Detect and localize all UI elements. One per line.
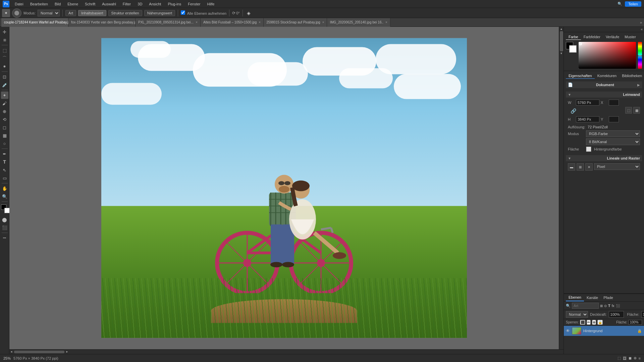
tab-3-close[interactable]: ×	[196, 20, 198, 24]
quick-mask-tool[interactable]: ⬤	[1, 216, 8, 223]
move-tool[interactable]: ✛	[1, 28, 8, 36]
canvas-icon-1[interactable]: ⬚	[625, 107, 632, 114]
scroll-up-arrow[interactable]: ▲	[560, 27, 563, 31]
clone-source-button[interactable]: ◈	[246, 10, 252, 16]
ruler-icon-1[interactable]: ▬	[568, 163, 575, 171]
leinwand-toggle[interactable]: ▼	[568, 93, 571, 97]
layer-filter-type[interactable]: T	[608, 304, 610, 308]
lasso-tool[interactable]: ⌒	[1, 55, 8, 62]
tab-6[interactable]: IMG_20200625_205140.jpg bei 16.. ×	[327, 18, 390, 27]
menu-3d[interactable]: 3D	[136, 1, 144, 7]
type-tool[interactable]: T	[1, 158, 8, 166]
color-gradient[interactable]	[579, 42, 636, 69]
tool-selector[interactable]: ✦	[2, 9, 10, 17]
ruler-icon-3[interactable]: ✕	[585, 163, 593, 171]
scroll-h-thumb[interactable]	[14, 351, 64, 353]
search-icon[interactable]: 🔍	[618, 2, 622, 6]
color-tab-farbe[interactable]: Farbe	[566, 34, 581, 40]
alle-ebenen-checkbox[interactable]	[181, 10, 185, 15]
share-button[interactable]: Teilen	[625, 1, 641, 7]
more-tools-button[interactable]: •••	[1, 234, 8, 242]
width-input[interactable]	[576, 100, 599, 106]
color-gradient-cursor[interactable]	[579, 43, 582, 45]
lineale-toggle[interactable]: ▼	[568, 157, 571, 160]
tab-2[interactable]: fox-1540833 Yvette van den Berg pixabay.…	[68, 18, 136, 27]
height-input[interactable]	[576, 116, 599, 122]
tab-1[interactable]: couple-1718244 Karen Warfel auf Pixabay.…	[1, 18, 68, 27]
crop-tool[interactable]: ⊡	[1, 73, 8, 80]
scroll-down-arrow[interactable]: ▼	[560, 52, 563, 55]
lineale-header[interactable]: ▼ Lineale und Raster	[566, 155, 642, 161]
bottom-icon-1[interactable]: ⬚	[618, 356, 621, 360]
x-input[interactable]	[609, 100, 619, 106]
menu-fenster[interactable]: Fenster	[186, 1, 202, 7]
zoom-tool[interactable]: 🔍	[1, 193, 8, 200]
bottom-icon-4[interactable]: ⊕	[634, 356, 637, 360]
leinwand-header[interactable]: ▼ Leinwand	[566, 92, 642, 98]
horizontal-scrollbar[interactable]: ◄ ►	[9, 349, 564, 354]
scroll-thumb[interactable]	[560, 31, 563, 51]
tab-6-close[interactable]: ×	[385, 20, 387, 24]
menu-filter[interactable]: Filter	[121, 1, 132, 7]
blend-mode-select[interactable]: Normal	[566, 311, 588, 318]
gradient-tool[interactable]: ▦	[1, 132, 8, 139]
color-tab-verlaeufe[interactable]: Verläufe	[603, 34, 622, 40]
tab-4[interactable]: Altes Bild Fussball – 1050×1500.jpg ×	[201, 18, 264, 27]
lock-pixels[interactable]: ⬛	[580, 320, 585, 325]
spot-healing-tool[interactable]: ✦	[1, 92, 8, 99]
background-swatch[interactable]	[569, 45, 577, 53]
history-brush-tool[interactable]: ⟲	[1, 116, 8, 123]
brush-tool[interactable]: 🖌	[1, 100, 8, 107]
lock-all[interactable]: 🔒	[597, 320, 603, 325]
hue-bar[interactable]	[638, 42, 642, 69]
y-input[interactable]	[609, 116, 619, 122]
layer-filter-correct[interactable]: ⊙	[604, 304, 607, 308]
artboard-tool[interactable]: ⊞	[1, 36, 8, 44]
layers-tab-kanaele[interactable]: Kanäle	[584, 294, 601, 301]
tab-5-close[interactable]: ×	[322, 20, 324, 24]
props-tab-eigenschaften[interactable]: Eigenschaften	[566, 73, 595, 79]
dodge-tool[interactable]: ○	[1, 140, 8, 147]
path-select-tool[interactable]: ⇖	[1, 166, 8, 174]
menu-auswahl[interactable]: Auswahl	[101, 1, 117, 7]
art-button[interactable]: Art	[65, 10, 76, 16]
inhaltsbasiert-button[interactable]: Inhaltsbasiert	[78, 10, 106, 16]
canvas-icon-2[interactable]: ▦	[633, 107, 640, 114]
layer-filter-kind[interactable]: ⊞	[600, 304, 603, 308]
ruler-unit-select[interactable]: Pixel	[594, 163, 640, 170]
menu-ebene[interactable]: Ebene	[66, 1, 79, 7]
panel-toggle-button[interactable]: «	[641, 27, 643, 31]
scroll-right-arrow[interactable]: ►	[66, 350, 68, 353]
fill-input2[interactable]	[629, 320, 642, 325]
menu-bearbeiten[interactable]: Bearbeiten	[29, 1, 49, 7]
screen-mode-tool[interactable]: ⬛	[1, 224, 8, 231]
marquee-tool[interactable]: ⬚	[1, 47, 8, 54]
eyedropper-tool[interactable]: 💉	[1, 81, 8, 88]
naeherungswert-button[interactable]: Näherungswert	[144, 10, 175, 16]
scroll-left-arrow[interactable]: ◄	[10, 350, 13, 353]
vertical-scrollbar[interactable]: ▲ ▼	[559, 27, 564, 349]
hand-tool[interactable]: ✋	[1, 185, 8, 192]
brush-preview[interactable]	[12, 8, 21, 18]
opacity-input[interactable]	[609, 311, 624, 318]
clone-stamp-tool[interactable]: ⊕	[1, 108, 8, 115]
lock-artboard[interactable]: ⊕	[592, 320, 596, 325]
modus-select-prop[interactable]: RGB-Farbe	[586, 130, 640, 137]
layers-tab-ebenen[interactable]: Ebenen	[566, 294, 584, 301]
menu-hilfe[interactable]: Hilfe	[206, 1, 216, 7]
menu-plugins[interactable]: Plug-ins	[166, 1, 182, 7]
tab-3[interactable]: PXL_20210908_095051314.jpg bei... ×	[136, 18, 201, 27]
magic-wand-tool[interactable]: ⁕	[1, 63, 8, 70]
layers-tab-pfade[interactable]: Pfade	[601, 294, 616, 301]
props-tab-korrekturen[interactable]: Korrekturen	[595, 73, 619, 79]
hue-cursor[interactable]	[638, 55, 642, 56]
struktur-button[interactable]: Struktur erstellen	[108, 10, 142, 16]
props-tab-bibliotheken[interactable]: Bibliotheken	[619, 73, 644, 79]
shape-tool[interactable]: ▭	[1, 174, 8, 182]
lock-position[interactable]: ✏	[587, 320, 591, 325]
menu-ansicht[interactable]: Ansicht	[148, 1, 162, 7]
fill-input[interactable]	[641, 311, 644, 318]
bit-select[interactable]: 8 Bit/Kanal	[586, 138, 640, 145]
canvas-area[interactable]	[9, 27, 559, 349]
background-color[interactable]	[4, 208, 10, 213]
